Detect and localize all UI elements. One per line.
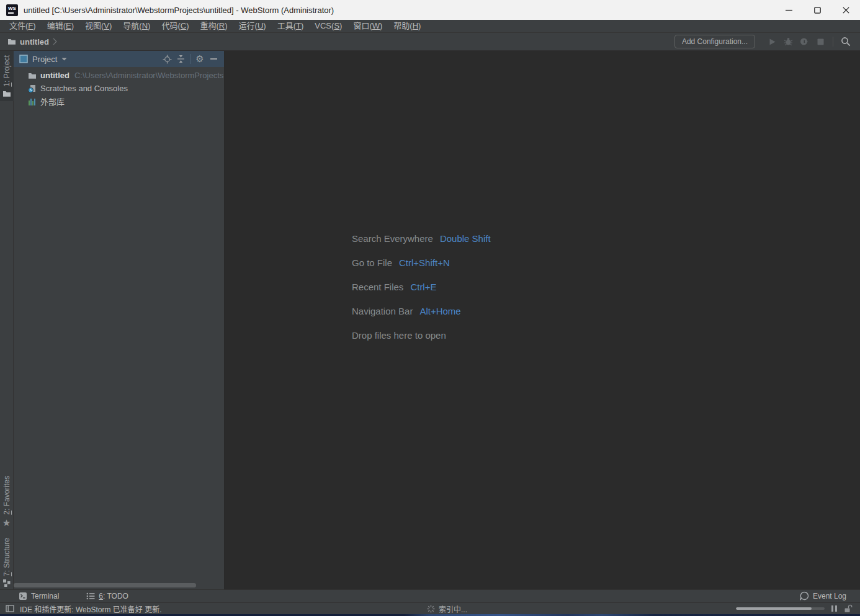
- shortcut-keys: Alt+Home: [419, 306, 460, 316]
- webstorm-logo-icon: WS: [6, 4, 18, 16]
- tree-item-name: untitled: [40, 71, 69, 80]
- shortcut-action: Navigation Bar: [352, 306, 413, 316]
- event-log-label: Event Log: [813, 592, 846, 600]
- menu-item-navigate[interactable]: 导航(N): [117, 20, 156, 32]
- hide-panel-button[interactable]: [207, 52, 220, 66]
- add-configuration-button[interactable]: Add Configuration...: [674, 35, 755, 48]
- tool-button-event-log[interactable]: Event Log: [794, 590, 851, 602]
- menu-item-help[interactable]: 帮助(H): [388, 20, 426, 32]
- collapse-all-button[interactable]: [174, 52, 187, 66]
- hide-icon: [210, 58, 217, 60]
- project-tree: untitled C:\Users\Administrator\Webstorm…: [14, 67, 224, 108]
- coverage-icon: [800, 37, 808, 46]
- editor-area: Search Everywhere Double Shift Go to Fil…: [225, 51, 860, 589]
- minimize-button[interactable]: [774, 0, 803, 20]
- breadcrumb-label: untitled: [20, 37, 49, 47]
- indexing-progress-bar: [736, 607, 825, 610]
- maximize-button[interactable]: [803, 0, 831, 20]
- gear-icon: ⚙: [195, 55, 204, 64]
- title-bar: WS untitled [C:\Users\Administrator\Webs…: [0, 0, 860, 20]
- webstorm-logo-text: WS: [8, 6, 16, 11]
- spinner-icon: [427, 605, 435, 613]
- breadcrumb[interactable]: untitled: [7, 37, 57, 47]
- menu-item-refactor[interactable]: 重构(R): [195, 20, 233, 32]
- menu-item-edit[interactable]: 编辑(E): [42, 20, 79, 32]
- indexing-status: 索引中...: [427, 604, 467, 614]
- panel-settings-button[interactable]: ⚙: [193, 52, 207, 66]
- left-tool-stripe: 1: Project 2: Favorites ★ 7: Structure: [0, 51, 14, 589]
- window-title: untitled [C:\Users\Administrator\Webstor…: [24, 6, 334, 15]
- shortcut-keys: Ctrl+Shift+N: [399, 257, 450, 268]
- stop-icon: [817, 38, 824, 45]
- tool-button-terminal[interactable]: Terminal: [14, 590, 64, 602]
- menu-item-file[interactable]: 文件(F): [4, 20, 42, 32]
- menu-bar: 文件(F) 编辑(E) 视图(V) 导航(N) 代码(C) 重构(R) 运行(U…: [0, 20, 860, 33]
- external-libraries-icon: [27, 97, 37, 105]
- shortcut-navigation-bar: Navigation Bar Alt+Home: [352, 299, 491, 323]
- close-button[interactable]: [831, 0, 860, 20]
- project-panel-header[interactable]: Project: [14, 51, 224, 67]
- tree-row-external-libraries[interactable]: 外部库: [14, 95, 224, 108]
- status-left: IDE 和插件更新: WebStorm 已准备好 更新.: [6, 604, 161, 614]
- minimize-icon: [786, 7, 792, 14]
- tool-button-favorites[interactable]: 2: Favorites ★: [0, 476, 14, 528]
- terminal-icon: [19, 592, 27, 600]
- shortcut-recent-files: Recent Files Ctrl+E: [352, 275, 491, 299]
- tree-item-name: 外部库: [40, 96, 65, 107]
- tree-item-path: C:\Users\Administrator\WebstormProjects: [74, 71, 223, 80]
- menu-item-tools[interactable]: 工具(T): [272, 20, 310, 32]
- main-area: 1: Project 2: Favorites ★ 7: Structure: [0, 51, 860, 589]
- collapse-all-icon: [177, 55, 185, 63]
- horizontal-scrollbar[interactable]: [14, 583, 196, 587]
- shortcut-hints: Search Everywhere Double Shift Go to Fil…: [352, 226, 491, 347]
- project-panel-title: Project: [32, 55, 57, 64]
- stop-button[interactable]: [812, 35, 828, 48]
- indexing-progress-fill: [736, 607, 812, 610]
- menu-item-window[interactable]: 窗口(W): [347, 20, 388, 32]
- navigation-toolbar: untitled Add Configuration...: [0, 33, 860, 51]
- window-controls: [774, 0, 860, 20]
- bottom-tool-window-bar: Terminal 6: TODO Event Log: [0, 589, 860, 602]
- indexing-label: 索引中...: [439, 604, 467, 614]
- folder-icon: [27, 72, 37, 79]
- pause-indexing-button[interactable]: [831, 605, 837, 612]
- left-stripe-bottom-group: 2: Favorites ★ 7: Structure: [0, 466, 14, 589]
- run-icon: [768, 38, 776, 46]
- panel-toolbar-separator: [190, 54, 190, 64]
- run-with-coverage-button[interactable]: [796, 35, 812, 48]
- tool-button-structure[interactable]: 7: Structure: [0, 538, 14, 587]
- event-log-balloon-icon: [799, 591, 809, 601]
- tool-button-todo[interactable]: 6: TODO: [81, 590, 133, 602]
- tool-button-favorites-label: 2: Favorites: [2, 476, 11, 515]
- tree-row-scratches[interactable]: Scratches and Consoles: [14, 82, 224, 95]
- menu-item-vcs[interactable]: VCS(S): [309, 20, 347, 32]
- search-icon: [841, 37, 851, 47]
- toolbar-actions: Add Configuration...: [674, 35, 854, 48]
- todo-list-icon: [86, 592, 95, 600]
- search-everywhere-button[interactable]: [838, 35, 854, 48]
- star-icon: ★: [2, 518, 11, 528]
- tool-window-toggle-icon[interactable]: [6, 605, 14, 612]
- status-message[interactable]: IDE 和插件更新: WebStorm 已准备好 更新.: [20, 604, 161, 614]
- shortcut-go-to-file: Go to File Ctrl+Shift+N: [352, 251, 491, 275]
- shortcut-keys: Ctrl+E: [410, 282, 436, 292]
- shortcut-action: Go to File: [352, 257, 392, 268]
- drop-files-hint: Drop files here to open: [352, 323, 491, 347]
- menu-item-code[interactable]: 代码(C): [156, 20, 194, 32]
- status-bar: IDE 和插件更新: WebStorm 已准备好 更新. 索引中...: [0, 602, 860, 614]
- status-right: [736, 604, 853, 613]
- menu-item-run[interactable]: 运行(U): [233, 20, 272, 32]
- tree-row-untitled[interactable]: untitled C:\Users\Administrator\Webstorm…: [14, 69, 224, 82]
- shortcut-action: Recent Files: [352, 282, 403, 292]
- project-panel-toolbar: ⚙: [160, 52, 220, 66]
- unlock-icon[interactable]: [844, 604, 853, 613]
- debug-button[interactable]: [780, 35, 796, 48]
- menu-item-view[interactable]: 视图(V): [79, 20, 117, 32]
- run-button[interactable]: [764, 35, 780, 48]
- locate-file-button[interactable]: [160, 52, 174, 66]
- tree-item-name: Scratches and Consoles: [40, 84, 128, 93]
- tool-button-project[interactable]: 1: Project: [0, 51, 14, 101]
- shortcut-keys: Double Shift: [440, 233, 491, 244]
- chevron-down-icon: [61, 58, 67, 61]
- project-folder-icon: [2, 90, 11, 97]
